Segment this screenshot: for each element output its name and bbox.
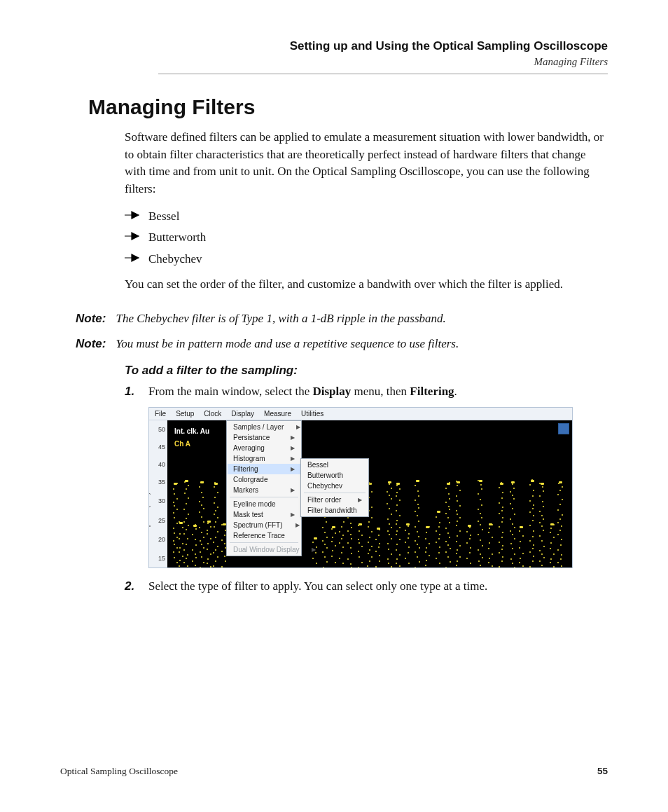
submenu-caret-icon: ▶ (358, 497, 362, 503)
note-label: Note: (76, 337, 106, 351)
y-tick: 50 (158, 426, 165, 433)
step-text: Select the type of filter to apply. You … (148, 579, 487, 593)
note-row: Note: The Chebychev filter is of Type 1,… (76, 312, 608, 326)
menu-file[interactable]: File (155, 410, 166, 418)
menu-item: Dual Window Display▶ (228, 544, 300, 555)
step-item: 2. Select the type of filter to apply. Y… (125, 578, 608, 595)
menu-separator (230, 542, 298, 543)
menu-item-label: Persistance (233, 434, 270, 441)
running-header: Setting up and Using the Optical Samplin… (158, 39, 608, 74)
submenu-caret-icon: ▶ (291, 511, 295, 518)
menu-item-label: Filtering (233, 465, 258, 473)
menu-item[interactable]: Filter order▶ (302, 495, 368, 505)
section-name: Managing Filters (158, 56, 608, 68)
menu-item-label: Eyeline mode (233, 500, 276, 508)
menu-item[interactable]: Averaging▶ (228, 443, 300, 453)
y-tick: 20 (158, 536, 165, 543)
list-item-label: Chebychev (148, 252, 202, 266)
y-tick: 15 (158, 555, 165, 562)
y-axis-label: power (mW) (149, 493, 151, 527)
menu-item-label: Dual Window Display (233, 546, 299, 553)
note-label: Note: (76, 312, 106, 326)
overlay-channel: Ch A (174, 440, 190, 448)
menu-item-label: Bessel (307, 461, 328, 469)
chapter-title: Setting up and Using the Optical Samplin… (158, 39, 608, 53)
submenu-caret-icon: ▶ (296, 424, 300, 430)
submenu-caret-icon: ▶ (291, 434, 295, 441)
screenshot-figure: File Setup Clock Display Measure Utiliti… (148, 407, 573, 568)
list-item: Butterworth (125, 229, 608, 247)
list-item-label: Bessel (148, 209, 179, 223)
submenu-caret-icon: ▶ (295, 522, 300, 528)
footer-doc-title: Optical Sampling Oscilloscope (60, 766, 178, 777)
step-number: 2. (125, 578, 134, 595)
step-number: 1. (125, 383, 134, 400)
page-footer: Optical Sampling Oscilloscope 55 (60, 766, 608, 777)
arrow-icon (125, 232, 140, 240)
overlay-intclk: Int. clk. Au (174, 427, 209, 435)
step-item: 1. From the main window, select the Disp… (125, 383, 608, 400)
menu-item[interactable]: Markers▶ (228, 485, 300, 495)
submenu-caret-icon: ▶ (291, 466, 295, 472)
footer-page-number: 55 (597, 766, 608, 777)
y-tick: 35 (158, 479, 165, 486)
text-run: menu, then (351, 385, 410, 398)
text-run: From the main window, select the (148, 385, 313, 398)
menu-item-label: Butterworth (307, 472, 343, 479)
note-text: You must be in pattern mode and use a re… (116, 337, 608, 351)
menu-item[interactable]: Bessel (302, 460, 368, 470)
menu-item-label: Averaging (233, 444, 265, 452)
menu-separator (304, 493, 366, 493)
y-tick: 40 (158, 461, 165, 468)
menu-setup[interactable]: Setup (176, 410, 194, 418)
y-tick: 25 (158, 517, 165, 524)
menu-clock[interactable]: Clock (204, 410, 221, 418)
intro-paragraph: Software defined filters can be applied … (125, 129, 608, 198)
menu-item[interactable]: Filtering▶ (228, 464, 300, 474)
note-text: The Chebychev filter is of Type 1, with … (116, 312, 608, 326)
menu-item-label: Mask test (233, 511, 263, 518)
menu-item[interactable]: Butterworth (302, 470, 368, 481)
step-text: From the main window, select the Display… (148, 385, 457, 398)
menu-item[interactable]: Colorgrade (228, 474, 300, 485)
menu-item-label: Chebychev (307, 482, 342, 490)
submenu-caret-icon: ▶ (291, 445, 295, 451)
menu-item[interactable]: Samples / Layer▶ (228, 422, 300, 432)
menu-item-label: Colorgrade (233, 476, 267, 483)
menu-separator (230, 497, 298, 497)
menu-item-label: Filter order (307, 496, 341, 504)
text-bold: Filtering (410, 385, 454, 398)
menu-item[interactable]: Chebychev (302, 481, 368, 491)
menu-item[interactable]: Histogram▶ (228, 453, 300, 464)
arrow-icon (125, 254, 140, 262)
filter-list: Bessel Butterworth Chebychev (125, 208, 608, 268)
list-item-label: Butterworth (148, 230, 206, 244)
submenu-caret-icon: ▶ (291, 455, 295, 462)
menu-utilities[interactable]: Utilities (301, 410, 323, 418)
plot-area: 50 45 40 35 30 25 20 15 power (mW) Int. … (149, 420, 572, 567)
menu-item-label: Histogram (233, 455, 265, 462)
menu-item[interactable]: Spectrum (FFT)▶ (228, 520, 300, 530)
post-list-paragraph: You can set the order of the filter, and… (125, 276, 608, 294)
menu-item[interactable]: Reference Trace (228, 530, 300, 541)
app-menubar: File Setup Clock Display Measure Utiliti… (149, 408, 572, 420)
menu-item-label: Spectrum (FFT) (233, 521, 283, 529)
filtering-submenu: BesselButterworthChebychevFilter order▶F… (300, 458, 369, 517)
menu-display[interactable]: Display (231, 410, 254, 418)
menu-item[interactable]: Filter bandwidth (302, 505, 368, 516)
menu-item-label: Reference Trace (233, 532, 285, 539)
list-item: Chebychev (125, 251, 608, 268)
menu-item-label: Samples / Layer (233, 423, 284, 431)
text-bold: Display (313, 385, 352, 398)
y-tick: 45 (158, 443, 165, 450)
menu-item[interactable]: Mask test▶ (228, 509, 300, 520)
task-heading: To add a filter to the sampling: (125, 364, 608, 378)
y-axis: 50 45 40 35 30 25 20 15 (149, 420, 167, 567)
menu-item[interactable]: Persistance▶ (228, 432, 300, 443)
menu-measure[interactable]: Measure (264, 410, 291, 418)
list-item: Bessel (125, 208, 608, 226)
y-tick: 30 (158, 497, 165, 504)
window-icon[interactable] (558, 423, 569, 434)
note-row: Note: You must be in pattern mode and us… (76, 337, 608, 351)
menu-item[interactable]: Eyeline mode (228, 499, 300, 509)
